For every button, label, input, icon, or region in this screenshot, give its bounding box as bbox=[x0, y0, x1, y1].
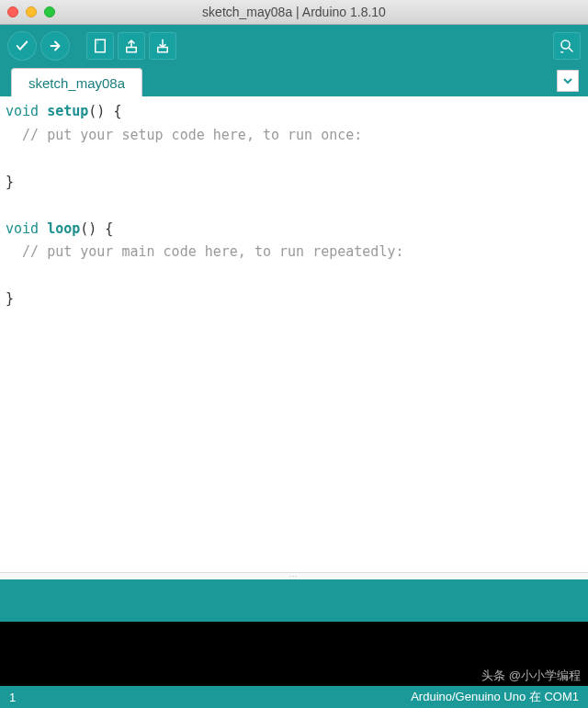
function-name: setup bbox=[47, 103, 88, 119]
new-button[interactable] bbox=[86, 32, 114, 60]
toolbar bbox=[0, 25, 588, 66]
statusbar: 1 Arduino/Genuino Uno 在 COM1 bbox=[0, 686, 588, 708]
code-text: () { bbox=[88, 103, 121, 119]
keyword: void bbox=[6, 103, 39, 119]
tab-active[interactable]: sketch_may08a bbox=[11, 68, 142, 96]
code-text: } bbox=[6, 290, 14, 307]
keyword: void bbox=[6, 220, 39, 237]
window-controls bbox=[7, 6, 55, 17]
splitter-handle[interactable] bbox=[0, 572, 588, 579]
line-number: 1 bbox=[9, 691, 16, 704]
window-title: sketch_may08a | Arduino 1.8.10 bbox=[202, 5, 386, 19]
comment: // put your setup code here, to run once… bbox=[6, 127, 362, 143]
minimize-button[interactable] bbox=[26, 6, 37, 17]
svg-point-4 bbox=[97, 42, 98, 43]
save-button[interactable] bbox=[149, 32, 176, 60]
check-icon bbox=[14, 38, 30, 54]
tabstrip: sketch_may08a bbox=[0, 66, 588, 96]
message-area bbox=[0, 579, 588, 622]
arrow-up-icon bbox=[123, 38, 140, 54]
maximize-button[interactable] bbox=[44, 6, 55, 17]
code-text: } bbox=[6, 174, 14, 190]
magnifier-icon bbox=[559, 38, 575, 54]
close-button[interactable] bbox=[7, 6, 18, 17]
titlebar: sketch_may08a | Arduino 1.8.10 bbox=[0, 0, 588, 25]
board-info: Arduino/Genuino Uno 在 COM1 bbox=[411, 689, 579, 705]
function-name: loop bbox=[47, 220, 80, 237]
code-editor[interactable]: void setup() { // put your setup code he… bbox=[0, 96, 588, 572]
svg-point-3 bbox=[96, 42, 97, 43]
upload-button[interactable] bbox=[40, 31, 70, 61]
verify-button[interactable] bbox=[7, 31, 37, 61]
arrow-right-icon bbox=[47, 38, 63, 54]
svg-rect-6 bbox=[158, 47, 168, 51]
tab-menu-button[interactable] bbox=[557, 70, 579, 92]
comment: // put your main code here, to run repea… bbox=[6, 243, 403, 260]
svg-point-7 bbox=[561, 40, 570, 49]
file-icon bbox=[92, 38, 108, 54]
svg-rect-5 bbox=[127, 47, 137, 51]
code-text: () { bbox=[80, 220, 113, 237]
svg-point-2 bbox=[97, 41, 98, 42]
open-button[interactable] bbox=[118, 32, 145, 60]
chevron-down-icon bbox=[562, 75, 573, 86]
watermark-text: 头条 @小小学编程 bbox=[481, 668, 581, 684]
serial-monitor-button[interactable] bbox=[553, 32, 581, 60]
svg-point-1 bbox=[96, 41, 97, 42]
arrow-down-icon bbox=[154, 38, 171, 54]
